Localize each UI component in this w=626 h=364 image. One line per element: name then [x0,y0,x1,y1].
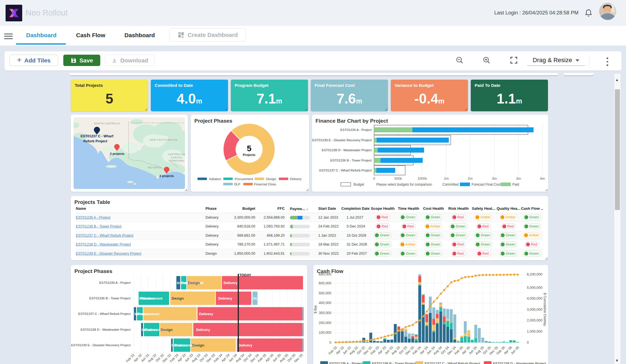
svg-text:Design: Design [192,343,204,347]
svg-text:DL: DL [253,296,258,300]
svg-text:0: 0 [527,341,529,345]
svg-text:400,000: 400,000 [319,301,331,305]
svg-text:Feb '22: Feb '22 [328,346,338,355]
svg-text:0: 0 [373,177,375,181]
svg-text:TERRITORY: TERRITORY [169,160,185,162]
svg-text:Delivery: Delivery [224,281,238,285]
svg-text:EST01236 B - Tower Project: EST01236 B - Tower Project [89,296,131,300]
svg-text:EST01239 E - Disaster Recovery: EST01239 E - Disaster Recovery Project [312,138,372,142]
svg-text:SOUTH AUSTRALIA: SOUTH AUSTRALIA [94,122,121,125]
svg-text:Design: Design [266,177,276,181]
svg-text:NEW SOUTH WALES: NEW SOUTH WALES [150,138,178,141]
svg-text:4,000,000: 4,000,000 [527,297,542,300]
svg-text:Procurement: Procurement [137,312,160,316]
svg-text:600,000: 600,000 [319,281,331,285]
svg-text:Design: Design [172,296,184,300]
svg-text:Delivery: Delivery [238,343,252,347]
svg-text:Feb '22: Feb '22 [126,353,135,363]
svg-text:EST01235 A - Project: EST01235 A - Project [99,281,131,285]
svg-text:Please select budgets for comp: Please select budgets for comparison [376,183,432,186]
svg-text:0: 0 [329,341,331,345]
svg-text:2,000,000: 2,000,000 [527,318,542,322]
svg-text:6,200,000: 6,200,000 [527,272,542,276]
svg-text:Forecast Final Cost: Forecast Final Cost [472,183,501,186]
svg-text:4m: 4m [540,177,545,181]
svg-text:$ Bar: $ Bar [314,305,317,314]
svg-text:Procurement: Procurement [140,296,163,300]
svg-text:EST01236 B - Tower Project: EST01236 B - Tower Project [372,362,416,364]
svg-text:2 projects: 2 projects [110,152,124,155]
svg-text:Initiation: Initiation [209,177,221,181]
svg-text:EST01237 C - Wharf: EST01237 C - Wharf [81,134,114,138]
svg-text:DLP: DLP [234,183,241,186]
svg-text:500,000: 500,000 [319,291,331,295]
svg-text:Delivery: Delivery [199,312,213,316]
svg-text:Refurb Project: Refurb Project [83,139,107,143]
svg-text:300,000: 300,000 [319,311,331,315]
svg-text:Delivery: Delivery [196,328,210,332]
svg-text:EST01237 C - Wharf Refurb Proj: EST01237 C - Wharf Refurb Project [319,168,372,172]
svg-text:5: 5 [247,144,252,153]
svg-text:EST01238 D - Wastewater Projec: EST01238 D - Wastewater Project [81,328,131,332]
svg-text:200,000: 200,000 [319,321,331,325]
svg-text:1000k: 1000k [417,177,427,181]
svg-text:2 projects: 2 projects [159,174,174,178]
svg-text:EST01239 E - Disaster Recovery: EST01239 E - Disaster Recovery Project [71,343,131,347]
svg-text:EST01238 D - Wastewater Projec: EST01238 D - Wastewater Project [493,362,546,364]
svg-text:EST01237 C - Wharf Refurb Proj: EST01237 C - Wharf Refurb Project [78,312,131,316]
svg-text:VICTORIA: VICTORIA [148,166,161,169]
svg-text:EST01235 A - Project: EST01235 A - Project [329,362,363,364]
svg-text:690,000: 690,000 [319,272,331,276]
svg-text:Procurement: Procurement [235,177,253,181]
svg-text:3m: 3m [492,177,497,181]
svg-text:1,000,000: 1,000,000 [527,330,542,333]
svg-text:Design: Design [188,281,200,285]
svg-text:EST01235 A - Project: EST01235 A - Project [340,128,372,132]
svg-text:500k: 500k [394,177,402,181]
svg-text:Committed: Committed [442,183,459,186]
svg-text:EST01236 B - Tower Project: EST01236 B - Tower Project [330,158,372,162]
svg-text:5,000,000: 5,000,000 [527,286,542,290]
svg-text:Projects: Projects [243,153,255,156]
svg-text:Paid: Paid [512,183,519,186]
svg-text:3m: 3m [516,177,521,181]
svg-text:Delivery: Delivery [290,177,302,181]
svg-text:TODAY: TODAY [239,273,251,277]
svg-text:Design: Design [161,328,172,332]
svg-text:EST01238 D - Wastewater Projec: EST01238 D - Wastewater Project [322,148,372,152]
svg-text:Financial Close: Financial Close [254,183,276,186]
svg-text:CAPITAL: CAPITAL [171,156,182,159]
svg-text:3,000,000: 3,000,000 [527,308,542,312]
svg-text:100,000: 100,000 [319,331,331,335]
svg-text:AUSTRALIAN: AUSTRALIAN [168,153,185,156]
svg-text:Budget: Budget [354,183,364,186]
svg-text:Delivery: Delivery [218,296,232,300]
svg-text:2m: 2m [444,177,449,181]
svg-text:$ Cumulative Overlay: $ Cumulative Overlay [543,293,547,326]
svg-text:Feb '24: Feb '24 [213,353,223,363]
svg-text:EST01237 C - Wharf Refurb Proj: EST01237 C - Wharf Refurb Project [425,362,480,364]
svg-text:2m: 2m [468,177,472,181]
